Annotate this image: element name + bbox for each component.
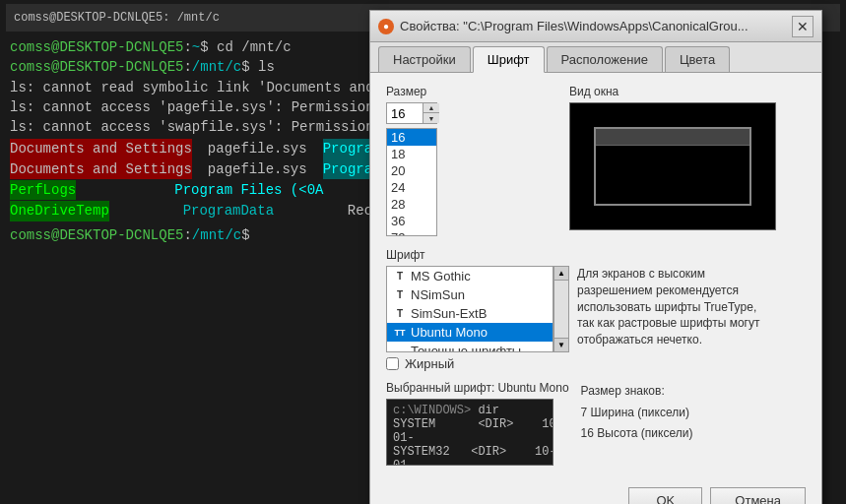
size-option-28[interactable]: 28 <box>387 196 436 213</box>
font-type-icon: T <box>393 288 407 302</box>
size-input-group: ▲ ▼ <box>386 102 437 124</box>
tab-layout[interactable]: Расположение <box>547 46 663 72</box>
dialog-body: Размер ▲ ▼ 16 18 20 24 28 36 72 <box>370 73 821 477</box>
ok-button[interactable]: OK <box>628 487 702 504</box>
font-type-icon: T <box>393 270 407 284</box>
font-nsimsun[interactable]: T NSimSun <box>387 285 553 304</box>
size-down-button[interactable]: ▼ <box>423 113 439 123</box>
preview-inner-window <box>594 127 751 206</box>
font-list-with-scroll: T MS Gothic T NSimSun T SimSun-ExtB TT <box>386 266 569 352</box>
font-description: Для экранов с высоким разрешением рекоме… <box>577 266 769 352</box>
size-option-16[interactable]: 16 <box>387 129 436 146</box>
preview-column: Вид окна <box>569 85 806 238</box>
font-simsun-extb[interactable]: T SimSun-ExtB <box>387 304 553 323</box>
dialog-tabs: Настройки Шрифт Расположение Цвета <box>370 42 821 73</box>
scrollbar-track <box>555 281 567 338</box>
selected-font-label: Выбранный шрифт: Ubuntu Mono <box>386 381 569 395</box>
font-ms-gothic[interactable]: T MS Gothic <box>387 267 553 285</box>
font-type-icon: TT <box>393 326 407 340</box>
size-list[interactable]: 16 18 20 24 28 36 72 <box>386 128 437 236</box>
cancel-button[interactable]: Отмена <box>710 487 806 504</box>
size-label: Размер <box>386 85 553 98</box>
selected-font-section: Выбранный шрифт: Ubuntu Mono c:\WINDOWS>… <box>386 381 806 466</box>
close-button[interactable]: ✕ <box>792 16 813 37</box>
font-preview-area: Выбранный шрифт: Ubuntu Mono c:\WINDOWS>… <box>386 381 569 466</box>
dialog-columns: Размер ▲ ▼ 16 18 20 24 28 36 72 <box>386 85 806 238</box>
scrollbar-up-button[interactable]: ▲ <box>554 267 568 281</box>
preview-line-3: SYSTEM32 <DIR> 10-01- <box>393 445 547 466</box>
preview-line-2: SYSTEM <DIR> 10-01- <box>393 417 547 445</box>
font-type-icon <box>393 345 407 353</box>
size-up-button[interactable]: ▲ <box>423 103 439 113</box>
height-metric: 16 Высота (пиксели) <box>581 423 693 445</box>
window-preview <box>569 102 776 230</box>
font-metrics: Размер знаков: 7 Ширина (пиксели) 16 Выс… <box>581 381 693 466</box>
size-input[interactable] <box>387 103 423 123</box>
dialog-footer: OK Отмена <box>370 477 821 504</box>
terminal-title: comss@DESKTOP-DCNLQE5: /mnt/c <box>14 11 220 25</box>
dialog-title-left: ● Свойства: "C:\Program Files\WindowsApp… <box>378 19 748 34</box>
size-option-36[interactable]: 36 <box>387 213 436 229</box>
font-bitmap[interactable]: Точечные шрифты <box>387 342 553 352</box>
tab-colors[interactable]: Цвета <box>665 46 730 72</box>
bold-checkbox[interactable] <box>386 357 399 370</box>
preview-line-1: c:\WINDOWS> dir <box>393 404 547 417</box>
font-preview-box: c:\WINDOWS> dir SYSTEM <DIR> 10-01- SYST… <box>386 399 553 466</box>
properties-dialog: ● Свойства: "C:\Program Files\WindowsApp… <box>369 10 822 504</box>
font-type-icon: T <box>393 307 407 321</box>
width-metric: 7 Ширина (пиксели) <box>581 403 693 424</box>
size-option-18[interactable]: 18 <box>387 146 436 162</box>
size-column: Размер ▲ ▼ 16 18 20 24 28 36 72 <box>386 85 553 238</box>
bold-row: Жирный <box>386 356 806 371</box>
dialog-title-bar: ● Свойства: "C:\Program Files\WindowsApp… <box>370 11 821 42</box>
bold-label: Жирный <box>405 356 454 371</box>
font-ubuntu-mono[interactable]: TT Ubuntu Mono <box>387 323 553 342</box>
font-list[interactable]: T MS Gothic T NSimSun T SimSun-ExtB TT <box>386 266 553 352</box>
font-row: T MS Gothic T NSimSun T SimSun-ExtB TT <box>386 266 806 352</box>
font-scrollbar[interactable]: ▲ ▼ <box>553 266 569 352</box>
tab-settings[interactable]: Настройки <box>378 46 471 72</box>
size-option-20[interactable]: 20 <box>387 162 436 179</box>
dialog-title-text: Свойства: "C:\Program Files\WindowsApps\… <box>400 19 748 33</box>
font-section: Шрифт T MS Gothic T NSimSun T <box>386 248 806 371</box>
tab-font[interactable]: Шрифт <box>473 46 545 73</box>
dialog-icon: ● <box>378 19 394 34</box>
size-spinners: ▲ ▼ <box>423 103 439 123</box>
preview-label: Вид окна <box>569 85 806 98</box>
size-option-24[interactable]: 24 <box>387 179 436 196</box>
scrollbar-down-button[interactable]: ▼ <box>554 338 568 351</box>
metrics-label: Размер знаков: <box>581 381 693 403</box>
size-option-72[interactable]: 72 <box>387 229 436 236</box>
font-section-label: Шрифт <box>386 248 806 262</box>
